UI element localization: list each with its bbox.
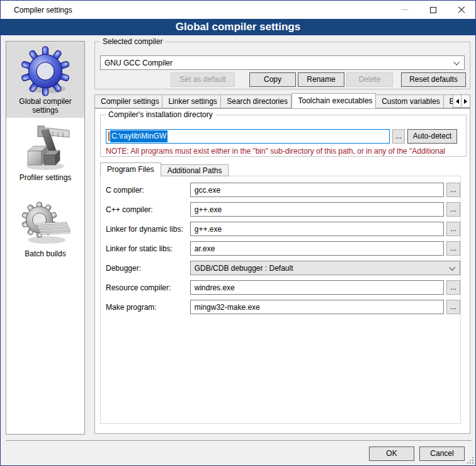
maximize-button[interactable] — [419, 1, 447, 19]
c-compiler-input[interactable] — [190, 183, 444, 197]
sidebar-item-global-compiler-settings[interactable]: Global compiler settings — [6, 42, 84, 118]
field-row-make-program: Make program: ... — [106, 300, 460, 314]
close-icon — [458, 6, 465, 14]
compiler-select-value: GNU GCC Compiler — [105, 59, 173, 67]
field-row-cpp-compiler: C++ compiler: ... — [106, 202, 460, 217]
compiler-select[interactable]: GNU GCC Compiler — [100, 55, 465, 70]
text-caret — [108, 132, 110, 141]
caliper-icon — [20, 122, 71, 173]
field-row-resource-compiler: Resource compiler: ... — [106, 280, 460, 295]
linker-dynamic-input[interactable] — [190, 222, 444, 236]
chevron-down-icon — [453, 59, 460, 65]
field-label: Linker for static libs: — [106, 244, 190, 253]
sidebar-item-label: Global compiler settings — [6, 97, 84, 115]
field-row-debugger: Debugger: GDB/CDB debugger : Default — [106, 261, 460, 275]
group-label: Compiler's installation directory — [106, 110, 215, 119]
sidebar-item-profiler-settings[interactable]: Profiler settings — [6, 118, 84, 194]
selected-compiler-group: Selected compiler GNU GCC Compiler Set a… — [94, 42, 470, 89]
tab-compiler-settings[interactable]: Compiler settings — [94, 94, 162, 108]
resource-compiler-browse-button[interactable]: ... — [446, 280, 460, 295]
paths-subtabs: Program Files Additional Paths — [100, 162, 229, 176]
field-label: Debugger: — [106, 264, 190, 273]
resize-grip[interactable] — [466, 456, 473, 463]
cpp-compiler-input[interactable] — [190, 202, 444, 217]
bin-subdirectory-note: NOTE: All programs must exist either in … — [106, 147, 466, 156]
tab-scroll-left-button[interactable] — [453, 94, 462, 108]
close-button[interactable] — [447, 1, 475, 19]
sidebar-item-batch-builds[interactable]: Batch builds — [6, 194, 84, 270]
compiler-buttons-row: Set as default Copy Rename Delete Reset … — [100, 72, 466, 87]
tab-search-directories[interactable]: Search directories — [221, 94, 291, 108]
linker-dynamic-browse-button[interactable]: ... — [446, 222, 460, 236]
delete-button: Delete — [346, 72, 393, 87]
page-title: Global compiler settings — [1, 19, 475, 35]
gray-gear-stack-icon — [20, 198, 71, 249]
field-label: Linker for dynamic libs: — [106, 225, 190, 234]
chevron-down-icon — [449, 264, 455, 271]
titlebar[interactable]: Compiler settings — [1, 1, 475, 19]
sidebar-item-label: Batch builds — [6, 249, 84, 258]
tab-scroll-right-button[interactable] — [462, 94, 470, 108]
installation-directory-browse-button[interactable]: ... — [392, 129, 405, 144]
tab-custom-variables[interactable]: Custom variables — [376, 94, 443, 108]
resource-compiler-input[interactable] — [190, 280, 444, 295]
field-row-linker-dynamic: Linker for dynamic libs: ... — [106, 222, 460, 236]
field-label: Resource compiler: — [106, 283, 190, 292]
rename-button[interactable]: Rename — [298, 72, 344, 87]
copy-button[interactable]: Copy — [249, 72, 296, 87]
make-program-browse-button[interactable]: ... — [446, 300, 460, 314]
tab-toolchain-executables[interactable]: Toolchain executables — [292, 93, 377, 108]
triangle-right-icon — [464, 99, 467, 104]
settings-tabs: Compiler settings Linker settings Search… — [94, 93, 470, 108]
tab-linker-settings[interactable]: Linker settings — [162, 94, 221, 108]
auto-detect-button[interactable]: Auto-detect — [407, 129, 457, 144]
installation-directory-group: Compiler's installation directory C:\ray… — [100, 115, 467, 157]
c-compiler-browse-button[interactable]: ... — [446, 183, 460, 197]
program-files-panel: C compiler: ... C++ compiler: ... Linker… — [100, 176, 461, 424]
tab-scroll-buttons — [453, 94, 470, 108]
footer-divider — [6, 440, 472, 441]
compiler-settings-window: Compiler settings Global compiler settin… — [0, 0, 476, 466]
blue-gear-icon — [20, 46, 71, 96]
triangle-left-icon — [456, 99, 459, 104]
reset-defaults-button[interactable]: Reset defaults — [401, 72, 466, 87]
subtab-program-files[interactable]: Program Files — [100, 162, 161, 176]
window-title: Compiler settings — [14, 6, 72, 14]
debugger-select[interactable]: GDB/CDB debugger : Default — [190, 261, 460, 275]
set-as-default-button: Set as default — [171, 72, 235, 87]
settings-sidebar: Global compiler settings — [6, 41, 85, 435]
field-row-c-compiler: C compiler: ... — [106, 183, 460, 197]
minimize-button — [390, 1, 419, 19]
field-label: C compiler: — [106, 186, 190, 195]
field-label: C++ compiler: — [106, 205, 190, 214]
make-program-input[interactable] — [190, 300, 444, 314]
subtab-additional-paths[interactable]: Additional Paths — [161, 164, 229, 176]
selected-text: C:\raylib\MinGW — [110, 130, 167, 142]
field-label: Make program: — [106, 303, 190, 312]
minimize-icon — [402, 9, 408, 10]
ok-button[interactable]: OK — [369, 446, 414, 461]
debugger-select-value: GDB/CDB debugger : Default — [195, 264, 293, 273]
linker-static-input[interactable] — [190, 241, 444, 256]
installation-directory-input[interactable]: C:\raylib\MinGW — [106, 129, 390, 144]
linker-static-browse-button[interactable]: ... — [446, 241, 460, 256]
toolchain-executables-panel: Compiler's installation directory C:\ray… — [94, 108, 470, 434]
field-row-linker-static: Linker for static libs: ... — [106, 241, 460, 256]
sidebar-item-label: Profiler settings — [6, 173, 84, 182]
group-label: Selected compiler — [100, 37, 165, 46]
cancel-button[interactable]: Cancel — [419, 446, 465, 461]
cpp-compiler-browse-button[interactable]: ... — [446, 202, 460, 217]
maximize-icon — [430, 7, 436, 13]
caption-buttons — [390, 1, 475, 19]
